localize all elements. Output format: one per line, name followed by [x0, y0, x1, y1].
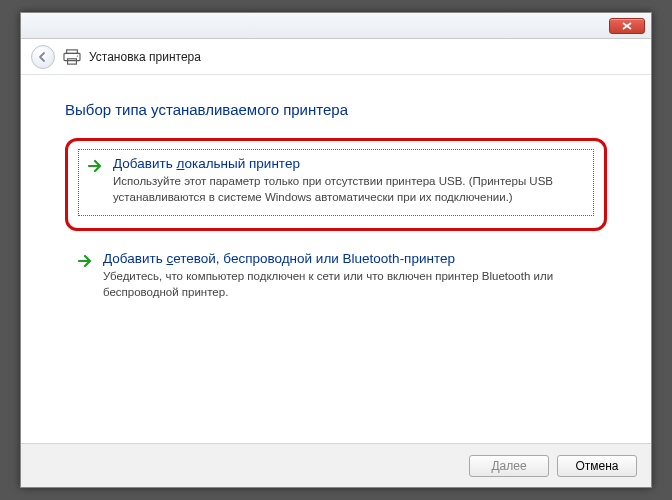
cancel-button[interactable]: Отмена — [557, 455, 637, 477]
back-button[interactable] — [31, 45, 55, 69]
page-heading: Выбор типа устанавливаемого принтера — [65, 101, 607, 118]
svg-rect-1 — [64, 53, 80, 60]
printer-icon — [63, 49, 81, 65]
header-title: Установка принтера — [89, 50, 201, 64]
close-icon — [622, 22, 632, 30]
titlebar — [21, 13, 651, 39]
option-title: Добавить сетевой, беспроводной или Bluet… — [103, 251, 595, 266]
option-title: Добавить локальный принтер — [113, 156, 585, 171]
footer: Далее Отмена — [21, 443, 651, 487]
next-button: Далее — [469, 455, 549, 477]
header: Установка принтера — [21, 39, 651, 75]
arrow-left-icon — [37, 51, 49, 63]
option-local-printer[interactable]: Добавить локальный принтер Используйте э… — [65, 138, 607, 231]
option-desc: Убедитесь, что компьютер подключен к сет… — [103, 268, 595, 300]
option-body: Добавить сетевой, беспроводной или Bluet… — [103, 251, 595, 300]
arrow-right-icon — [77, 253, 93, 269]
arrow-right-icon — [87, 158, 103, 174]
option-desc: Используйте этот параметр только при отс… — [113, 173, 585, 205]
dialog-window: Установка принтера Выбор типа устанавлив… — [20, 12, 652, 488]
content-area: Выбор типа устанавливаемого принтера Доб… — [21, 75, 651, 443]
close-button[interactable] — [609, 18, 645, 34]
svg-point-3 — [77, 55, 78, 56]
option-body: Добавить локальный принтер Используйте э… — [113, 156, 585, 205]
svg-rect-2 — [68, 58, 77, 63]
option-network-printer[interactable]: Добавить сетевой, беспроводной или Bluet… — [65, 241, 607, 314]
